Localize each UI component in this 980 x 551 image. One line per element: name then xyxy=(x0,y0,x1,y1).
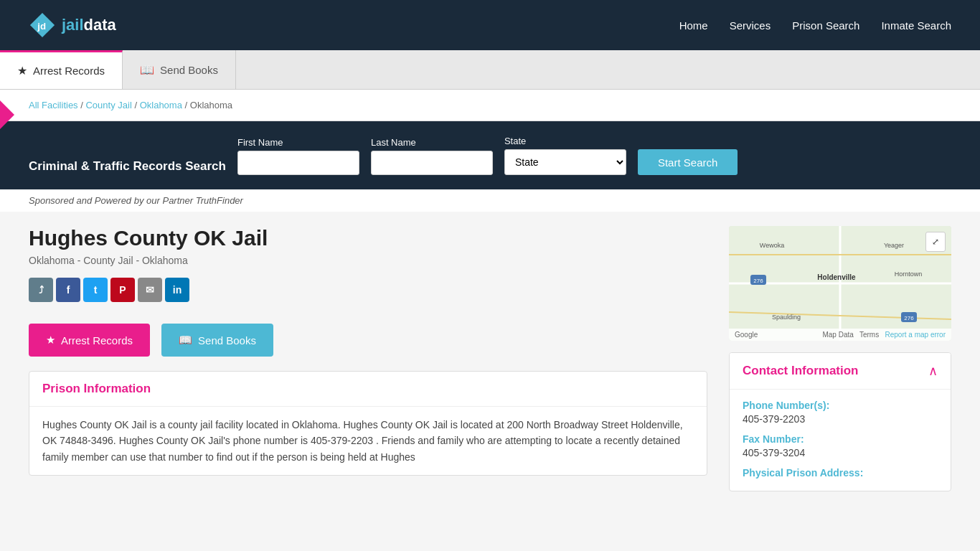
breadcrumb-current: Oklahoma xyxy=(190,100,232,110)
nav-links: Home Services Prison Search Inmate Searc… xyxy=(679,19,951,32)
map-google-label: Google xyxy=(735,331,758,339)
first-name-input[interactable] xyxy=(237,151,359,175)
nav-services[interactable]: Services xyxy=(730,19,771,32)
svg-text:276: 276 xyxy=(753,278,763,284)
map-report-link[interactable]: Report a map error xyxy=(885,331,946,339)
tab-bar: ★ Arrest Records 📖 Send Books xyxy=(0,50,980,90)
accent-triangle xyxy=(0,100,14,129)
svg-text:276: 276 xyxy=(904,315,914,321)
prison-info-body: Hughes County OK Jail is a county jail f… xyxy=(29,407,707,475)
first-name-field-group: First Name xyxy=(237,137,359,175)
facebook-button[interactable]: f xyxy=(56,278,80,302)
facility-subtitle: Oklahoma - County Jail - Oklahoma xyxy=(29,255,707,266)
state-field-group: State State Alabama Alaska Oklahoma Texa… xyxy=(504,136,626,175)
breadcrumb: All Facilities / County Jail / Oklahoma … xyxy=(0,90,980,121)
facility-title: Hughes County OK Jail xyxy=(29,226,707,250)
last-name-label: Last Name xyxy=(371,137,493,148)
first-name-label: First Name xyxy=(237,137,359,148)
svg-text:Holdenville: Holdenville xyxy=(817,273,856,281)
svg-text:Horntown: Horntown xyxy=(895,270,923,278)
fax-value: 405-379-3204 xyxy=(743,447,938,458)
tab-send-books-label: Send Books xyxy=(160,64,218,76)
contact-title: Contact Information xyxy=(743,364,859,378)
star-icon-arrest: ★ xyxy=(46,334,55,347)
tab-arrest-records[interactable]: ★ Arrest Records xyxy=(0,50,123,89)
book-icon-send: 📖 xyxy=(179,334,192,347)
share-button[interactable]: ⤴ xyxy=(29,278,53,302)
logo-icon: jd xyxy=(29,11,56,39)
contact-card: Contact Information ∧ Phone Number(s): 4… xyxy=(729,352,951,491)
email-button[interactable]: ✉ xyxy=(138,278,162,302)
sponsored-text: Sponsored and Powered by our Partner Tru… xyxy=(0,189,980,212)
book-icon: 📖 xyxy=(140,63,154,77)
address-label: Physical Prison Address: xyxy=(743,467,938,479)
map-footer: Google Map Data Terms Report a map error xyxy=(729,329,951,341)
svg-text:Yeager: Yeager xyxy=(884,242,904,249)
nav-prison-search[interactable]: Prison Search xyxy=(792,19,859,32)
send-books-button[interactable]: 📖 Send Books xyxy=(161,324,273,357)
arrest-records-label: Arrest Records xyxy=(61,334,133,347)
prison-info-card: Prison Information Hughes County OK Jail… xyxy=(29,371,707,476)
contact-header: Contact Information ∧ xyxy=(730,353,951,390)
svg-text:Wewoka: Wewoka xyxy=(760,242,784,249)
pinterest-button[interactable]: P xyxy=(110,278,135,302)
twitter-button[interactable]: t xyxy=(83,278,108,302)
tab-arrest-records-label: Arrest Records xyxy=(33,65,105,77)
map-data-label: Map Data Terms Report a map error xyxy=(822,331,946,339)
nav-home[interactable]: Home xyxy=(679,19,708,32)
right-panel: 276 276 Wewoka Yeager Holdenville Hornto… xyxy=(729,226,951,491)
phone-label: Phone Number(s): xyxy=(743,400,938,411)
prison-info-header: Prison Information xyxy=(29,372,707,407)
tab-send-books[interactable]: 📖 Send Books xyxy=(123,50,236,89)
last-name-input[interactable] xyxy=(371,151,493,175)
linkedin-button[interactable]: in xyxy=(165,278,189,302)
fax-label: Fax Number: xyxy=(743,433,938,445)
send-books-label: Send Books xyxy=(198,334,256,347)
nav-inmate-search[interactable]: Inmate Search xyxy=(881,19,951,32)
last-name-field-group: Last Name xyxy=(371,137,493,175)
map-container: 276 276 Wewoka Yeager Holdenville Hornto… xyxy=(729,226,951,341)
phone-value: 405-379-2203 xyxy=(743,413,938,425)
left-panel: Hughes County OK Jail Oklahoma - County … xyxy=(29,226,707,491)
map-expand-button[interactable]: ⤢ xyxy=(925,232,946,252)
contact-chevron-icon[interactable]: ∧ xyxy=(928,363,938,379)
star-icon: ★ xyxy=(17,64,27,77)
search-bar: Criminal & Traffic Records Search First … xyxy=(0,121,980,189)
arrest-records-button[interactable]: ★ Arrest Records xyxy=(29,324,150,357)
start-search-button[interactable]: Start Search xyxy=(638,149,738,175)
map-svg: 276 276 Wewoka Yeager Holdenville Hornto… xyxy=(729,226,951,341)
navbar: jd jaildata Home Services Prison Search … xyxy=(0,0,980,50)
social-share-bar: ⤴ f t P ✉ in xyxy=(29,278,707,302)
main-content: Hughes County OK Jail Oklahoma - County … xyxy=(0,212,980,506)
svg-text:jd: jd xyxy=(37,21,46,32)
brand-logo[interactable]: jd jaildata xyxy=(29,11,116,39)
breadcrumb-county-jail[interactable]: County Jail xyxy=(85,100,131,110)
state-select[interactable]: State Alabama Alaska Oklahoma Texas xyxy=(504,149,626,175)
contact-body: Phone Number(s): 405-379-2203 Fax Number… xyxy=(730,390,951,491)
action-buttons: ★ Arrest Records 📖 Send Books xyxy=(29,324,707,357)
brand-name: jaildata xyxy=(62,16,116,34)
svg-text:Spaulding: Spaulding xyxy=(772,314,801,321)
breadcrumb-oklahoma[interactable]: Oklahoma xyxy=(140,100,182,110)
prison-info-title: Prison Information xyxy=(42,382,151,395)
search-title: Criminal & Traffic Records Search xyxy=(29,158,226,175)
breadcrumb-all-facilities[interactable]: All Facilities xyxy=(29,100,78,110)
state-label: State xyxy=(504,136,626,146)
